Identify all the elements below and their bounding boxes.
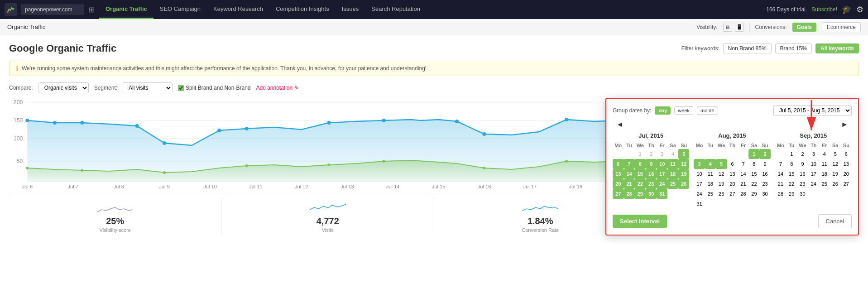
cal-cell[interactable]: 20 bbox=[727, 179, 738, 189]
cal-cell[interactable]: 19 bbox=[830, 169, 841, 179]
cal-cell-selected[interactable]: 18 bbox=[667, 169, 678, 179]
add-annotation-link[interactable]: Add annotation ✎ bbox=[256, 85, 298, 91]
cal-cell[interactable]: 16 bbox=[797, 169, 808, 179]
nav-search-reputation[interactable]: Search Reputation bbox=[365, 0, 427, 19]
cal-cell[interactable]: 5 bbox=[830, 149, 841, 159]
cal-cell-selected[interactable]: 12 bbox=[678, 159, 689, 169]
nav-seo-campaign[interactable]: SEO Campaign bbox=[153, 0, 207, 19]
cal-cell[interactable]: 6 bbox=[841, 149, 852, 159]
cal-cell-selected[interactable]: 5 bbox=[716, 159, 727, 169]
cal-cell[interactable]: 24 bbox=[808, 179, 819, 189]
group-month-btn[interactable]: month bbox=[697, 106, 718, 115]
cal-cell[interactable]: 2 bbox=[797, 149, 808, 159]
monitor-icon[interactable]: 🖥 bbox=[723, 23, 732, 32]
cal-cell[interactable]: 6 bbox=[727, 159, 738, 169]
cal-cell[interactable]: 19 bbox=[716, 179, 727, 189]
cal-cell-selected[interactable]: 10 bbox=[657, 159, 667, 169]
cal-cell[interactable]: 18 bbox=[819, 169, 830, 179]
cal-cell[interactable]: 24 bbox=[694, 189, 705, 199]
cal-cell-selected[interactable]: 4 bbox=[705, 159, 716, 169]
select-interval-button[interactable]: Select interval bbox=[613, 215, 667, 228]
cal-cell[interactable]: 25 bbox=[705, 189, 716, 199]
cal-cell-selected[interactable]: 8 bbox=[634, 159, 646, 169]
cal-cell-selected[interactable]: 25 bbox=[667, 179, 678, 189]
cal-cell[interactable]: 22 bbox=[786, 179, 797, 189]
cal-cell[interactable]: 27 bbox=[727, 189, 738, 199]
cal-cell[interactable]: 1 bbox=[786, 149, 797, 159]
hat-icon-btn[interactable]: 🎓 bbox=[842, 5, 852, 14]
ecommerce-button[interactable]: Ecommerce bbox=[822, 22, 861, 32]
cal-cell-selected[interactable]: 24 bbox=[657, 179, 667, 189]
cal-cell[interactable]: 8 bbox=[786, 159, 797, 169]
grid-icon[interactable]: ⊞ bbox=[84, 5, 99, 14]
cal-cell[interactable]: 9 bbox=[759, 159, 770, 169]
cal-cell[interactable]: 28 bbox=[738, 189, 749, 199]
cal-cell-selected[interactable]: 23 bbox=[646, 179, 657, 189]
cancel-button[interactable]: Cancel bbox=[818, 214, 852, 228]
cal-cell[interactable]: 25 bbox=[819, 179, 830, 189]
cal-cell[interactable]: 14 bbox=[738, 169, 749, 179]
cal-cell[interactable]: 30 bbox=[759, 189, 770, 199]
cal-cell[interactable]: 17 bbox=[694, 179, 705, 189]
cal-cell[interactable]: 7 bbox=[775, 159, 786, 169]
cal-cell[interactable]: 13 bbox=[841, 159, 852, 169]
cal-cell-selected[interactable]: 1 bbox=[748, 149, 759, 159]
site-selector-wrapper[interactable]: pageonepower.com bbox=[21, 5, 84, 14]
cal-cell-selected[interactable]: 3 bbox=[694, 159, 705, 169]
cal-cell[interactable]: 29 bbox=[748, 189, 759, 199]
cal-cell-selected[interactable]: 30 bbox=[646, 189, 657, 199]
cal-cell-selected[interactable]: 27 bbox=[613, 189, 624, 199]
cal-cell[interactable]: 26 bbox=[830, 179, 841, 189]
cal-cell[interactable]: 31 bbox=[694, 199, 705, 209]
cal-cell[interactable]: 9 bbox=[797, 159, 808, 169]
nav-organic-traffic[interactable]: Organic Traffic bbox=[99, 0, 153, 19]
cal-cell[interactable]: 12 bbox=[830, 159, 841, 169]
phone-icon[interactable]: 📱 bbox=[735, 23, 744, 32]
cal-cell[interactable]: 16 bbox=[759, 169, 770, 179]
cal-cell-selected[interactable]: 19 bbox=[678, 169, 689, 179]
cal-cell-selected[interactable]: 15 bbox=[634, 169, 646, 179]
cal-cell-selected[interactable]: 17 bbox=[657, 169, 667, 179]
brand-button[interactable]: Brand 15% bbox=[775, 43, 812, 53]
cal-cell[interactable]: 3 bbox=[808, 149, 819, 159]
segment-select[interactable]: All visits bbox=[123, 82, 173, 93]
cal-cell-selected[interactable]: 14 bbox=[624, 169, 635, 179]
cal-cell[interactable]: 14 bbox=[775, 169, 786, 179]
cal-cell[interactable]: 28 bbox=[775, 189, 786, 199]
split-brand-checkbox[interactable] bbox=[178, 85, 184, 91]
cal-cell-selected[interactable]: 22 bbox=[634, 179, 646, 189]
cal-cell[interactable]: 7 bbox=[738, 159, 749, 169]
cal-cell[interactable]: 18 bbox=[705, 179, 716, 189]
cal-cell[interactable]: 21 bbox=[775, 179, 786, 189]
cal-cell-selected[interactable]: 20 bbox=[613, 179, 624, 189]
cal-cell-selected[interactable]: 11 bbox=[667, 159, 678, 169]
cal-cell[interactable]: 2 bbox=[646, 149, 657, 159]
cal-cell[interactable]: 23 bbox=[759, 179, 770, 189]
cal-cell[interactable]: 1 bbox=[634, 149, 646, 159]
cal-cell-selected[interactable]: 13 bbox=[613, 169, 624, 179]
group-day-btn[interactable]: day bbox=[655, 106, 671, 115]
cal-cell[interactable]: 17 bbox=[808, 169, 819, 179]
cal-cell[interactable]: 12 bbox=[716, 169, 727, 179]
cal-next-btn[interactable]: ► bbox=[837, 120, 852, 129]
cal-cell[interactable]: 15 bbox=[748, 169, 759, 179]
cal-cell[interactable]: 27 bbox=[841, 179, 852, 189]
cal-cell-selected[interactable]: 2 bbox=[759, 149, 770, 159]
cal-cell-selected[interactable]: 21 bbox=[624, 179, 635, 189]
cal-cell-selected[interactable]: 31 bbox=[657, 189, 667, 199]
cal-cell[interactable]: 10 bbox=[808, 159, 819, 169]
cal-cell[interactable]: 13 bbox=[727, 169, 738, 179]
nav-competition-insights[interactable]: Competition Insights bbox=[269, 0, 336, 19]
non-brand-button[interactable]: Non Brand 85% bbox=[723, 43, 772, 53]
compare-select[interactable]: Organic visits bbox=[38, 82, 89, 93]
cal-cell[interactable]: 4 bbox=[667, 149, 678, 159]
cal-cell[interactable]: 8 bbox=[748, 159, 759, 169]
all-keywords-button[interactable]: All keywords bbox=[815, 43, 859, 53]
cal-cell-selected[interactable]: 28 bbox=[624, 189, 635, 199]
cal-cell[interactable]: 11 bbox=[705, 169, 716, 179]
nav-issues[interactable]: Issues bbox=[336, 0, 365, 19]
cal-cell[interactable]: 11 bbox=[819, 159, 830, 169]
cal-cell[interactable]: 21 bbox=[738, 179, 749, 189]
cal-cell[interactable]: 20 bbox=[841, 169, 852, 179]
split-brand-check[interactable]: Split Brand and Non-Brand bbox=[178, 85, 250, 91]
